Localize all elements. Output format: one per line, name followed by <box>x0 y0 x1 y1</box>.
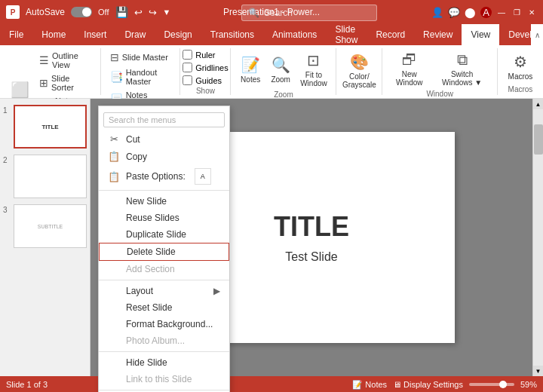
notes2-icon: 📝 <box>241 56 260 74</box>
macros-items: ⚙ Macros <box>505 50 536 84</box>
tab-record[interactable]: Record <box>367 24 414 45</box>
menu-delete-slide[interactable]: Delete Slide <box>99 243 229 261</box>
tab-home[interactable]: Home <box>32 24 75 45</box>
slide-preview-3[interactable]: SUBTITLE <box>14 204 87 248</box>
window-controls: 👤 💬 ⬤ A — ❐ ✕ <box>431 7 537 18</box>
s3-title-text: SUBTITLE <box>38 224 63 229</box>
btn-handout-master[interactable]: 📑 Handout Master <box>107 66 174 87</box>
menu-search[interactable]: Search the menus <box>103 112 225 127</box>
slide-thumb-2[interactable]: 2 <box>3 155 87 198</box>
search-box[interactable]: 🔍 Search <box>241 5 377 21</box>
zoom-icon: 🔍 <box>272 56 290 74</box>
slide-title: TITLE <box>274 211 349 243</box>
off-label: Off <box>98 8 109 17</box>
tab-view[interactable]: View <box>462 24 499 45</box>
status-bar: Slide 1 of 3 📝 Notes 🖥 Display Settings … <box>0 376 543 392</box>
group-macros: ⚙ Macros Macros <box>498 48 543 95</box>
redo-btn[interactable]: ↪ <box>149 7 157 18</box>
tab-transitions[interactable]: Transitions <box>201 24 263 45</box>
menu-hide-slide[interactable]: Hide Slide <box>99 354 229 371</box>
btn-slide-sorter[interactable]: ⊞ Slide Sorter <box>36 72 94 93</box>
display-settings-btn[interactable]: 🖥 Display Settings <box>393 380 463 389</box>
notes-status-icon: 📝 <box>352 380 363 390</box>
close-btn[interactable]: ✕ <box>526 7 537 17</box>
menu-cut[interactable]: ✂ Cut <box>99 130 229 148</box>
share-icon[interactable]: 👤 <box>431 7 443 18</box>
autosave-label: AutoSave <box>26 7 65 17</box>
scroll-track[interactable] <box>533 109 544 366</box>
tab-review[interactable]: Review <box>414 24 462 45</box>
scrollbar: ▲ ▼ <box>532 99 543 376</box>
tab-draw[interactable]: Draw <box>115 24 155 45</box>
menu-paste-options[interactable]: 📋 Paste Options: A <box>99 165 229 188</box>
undo-btn[interactable]: ↩ <box>134 7 143 18</box>
scroll-up-btn[interactable]: ▲ <box>533 99 544 109</box>
slide-panel: 1 TITLE 2 3 SUBTITLE <box>0 99 90 376</box>
slide-preview-1[interactable]: TITLE <box>14 105 87 149</box>
scroll-down-btn[interactable]: ▼ <box>533 366 544 376</box>
gridlines-check[interactable]: Gridlines <box>183 63 228 72</box>
status-right: 📝 Notes 🖥 Display Settings 59% <box>352 380 537 390</box>
account-icon[interactable]: A <box>480 7 492 18</box>
menu-reset-slide[interactable]: Reset Slide <box>99 299 229 316</box>
main-area: 1 TITLE 2 3 SUBTITLE Search the menus ✂ … <box>0 99 543 376</box>
title-bar: P AutoSave Off 💾 ↩ ↪ ▼ Presentation1 - P… <box>0 0 543 24</box>
btn-outline-view[interactable]: ☰ Outline View <box>36 50 94 71</box>
menu-reuse-slides[interactable]: Reuse Slides <box>99 210 229 226</box>
handout-icon: 📑 <box>110 71 123 83</box>
guides-check[interactable]: Guides <box>183 75 228 85</box>
ribbon-collapse-btn[interactable]: ∧ <box>531 24 543 45</box>
macros-icon: ⚙ <box>514 53 527 71</box>
menu-format-bg[interactable]: Format Background... <box>99 316 229 332</box>
sorter-icon: ⊞ <box>39 77 48 89</box>
btn-macros[interactable]: ⚙ Macros <box>505 51 536 82</box>
comments-icon[interactable]: 💬 <box>448 7 460 18</box>
paste-option-box[interactable]: A <box>195 168 211 185</box>
tab-slideshow[interactable]: Slide Show <box>326 24 367 45</box>
tab-animations[interactable]: Animations <box>263 24 326 45</box>
menu-layout[interactable]: Layout ▶ <box>99 283 229 299</box>
menu-copy[interactable]: 📋 Copy <box>99 148 229 165</box>
tab-file[interactable]: File <box>0 24 32 45</box>
normal-icon: ⬜ <box>11 81 29 99</box>
macros-label: Macros <box>508 85 533 93</box>
tab-insert[interactable]: Insert <box>75 24 115 45</box>
title-bar-left: P AutoSave Off 💾 ↩ ↪ ▼ <box>6 5 170 19</box>
zoom-level: 59% <box>520 380 537 389</box>
restore-btn[interactable]: ❐ <box>511 7 522 17</box>
group-zoom: 📝 Notes 🔍 Zoom ⊡ Fit to Window Zoom <box>231 48 336 95</box>
notes-btn[interactable]: 📝 Notes <box>352 380 387 390</box>
scroll-thumb[interactable] <box>534 124 543 155</box>
group-master-views: ⊟ Slide Master 📑 Handout Master 📃 Notes … <box>101 48 181 95</box>
outline-icon: ☰ <box>39 54 49 66</box>
btn-fit-to-window[interactable]: ⊡ Fit to Window <box>297 50 330 89</box>
zoom-label: Zoom <box>274 90 293 99</box>
slide-preview-2[interactable] <box>14 155 87 198</box>
layout-arrow: ▶ <box>213 286 220 296</box>
app-logo: P <box>6 5 20 19</box>
btn-switch-windows[interactable]: ⧉ Switch Windows ▼ <box>433 50 491 88</box>
slide-master-icon: ⊟ <box>110 51 119 63</box>
slide-thumb-1[interactable]: 1 TITLE <box>3 105 87 149</box>
btn-zoom[interactable]: 🔍 Zoom <box>267 54 294 85</box>
group-color: 🎨 Color/Grayscale <box>336 48 382 95</box>
btn-new-window[interactable]: 🗗 New Window <box>388 50 430 88</box>
minimize-btn[interactable]: — <box>496 7 507 17</box>
menu-search-placeholder: Search the menus <box>109 115 176 124</box>
toolbar-save-icon[interactable]: 💾 <box>115 6 128 18</box>
ribbon-content: ⬜ Normal ☰ Outline View ⊞ Slide Sorter 📄… <box>0 45 543 98</box>
btn-color-grayscale[interactable]: 🎨 Color/Grayscale <box>339 51 379 90</box>
present-icon[interactable]: ⬤ <box>465 7 476 18</box>
divider-4 <box>99 390 229 390</box>
tab-design[interactable]: Design <box>155 24 201 45</box>
btn-slide-master[interactable]: ⊟ Slide Master <box>107 50 174 65</box>
menu-new-slide[interactable]: New Slide <box>99 193 229 210</box>
context-menu: Search the menus ✂ Cut 📋 Copy 📋 Paste Op… <box>98 106 230 392</box>
btn-notes[interactable]: 📝 Notes <box>237 54 264 85</box>
menu-duplicate-slide[interactable]: Duplicate Slide <box>99 226 229 243</box>
slide-thumb-3[interactable]: 3 SUBTITLE <box>3 204 87 248</box>
autosave-toggle[interactable] <box>71 7 92 17</box>
ruler-check[interactable]: Ruler <box>183 50 228 60</box>
divider-2 <box>99 280 229 280</box>
zoom-slider[interactable] <box>469 383 514 386</box>
